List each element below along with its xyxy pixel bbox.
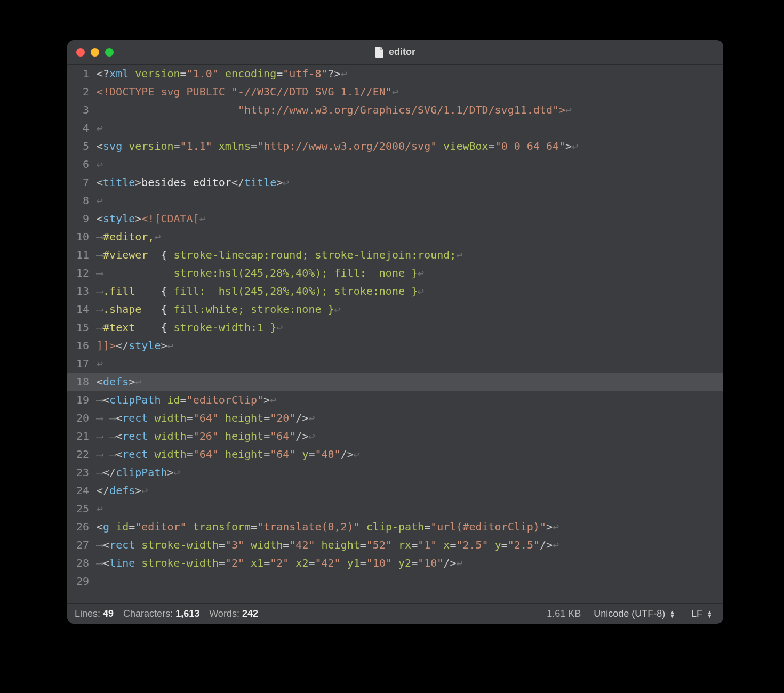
code-content[interactable]: ⟶</clipPath>↩ [97, 463, 723, 481]
line-number: 22 [67, 445, 97, 463]
code-line[interactable]: 9<style><![CDATA[↩ [67, 209, 723, 228]
encoding-picker[interactable]: Unicode (UTF-8) ▲▼ [590, 608, 678, 619]
code-line[interactable]: 12⟶ stroke:hsl(245,28%,40%); fill: none … [67, 264, 723, 282]
line-number: 8 [67, 191, 97, 209]
code-content[interactable]: <style><![CDATA[↩ [97, 209, 723, 228]
chevron-updown-icon: ▲▼ [707, 610, 713, 618]
line-number: 17 [67, 354, 97, 373]
line-number: 20 [67, 409, 97, 427]
line-number: 1 [67, 65, 97, 83]
code-content[interactable]: ↩ [97, 354, 723, 373]
code-content[interactable] [97, 572, 723, 590]
code-line[interactable]: 5<svg version="1.1" xmlns="http://www.w3… [67, 137, 723, 155]
code-content[interactable]: ⟶ stroke:hsl(245,28%,40%); fill: none }↩ [97, 264, 723, 282]
status-characters: Characters: 1,613 [123, 608, 199, 619]
line-number: 15 [67, 318, 97, 336]
code-content[interactable]: ⟶<clipPath id="editorClip">↩ [97, 391, 723, 409]
code-line[interactable]: 29 [67, 572, 723, 590]
code-content[interactable]: <defs>↩ [97, 373, 723, 391]
line-number: 28 [67, 554, 97, 572]
window-title: editor [67, 46, 723, 58]
code-editor[interactable]: 1<?xml version="1.0" encoding="utf-8"?>↩… [67, 65, 723, 603]
code-content[interactable]: <!DOCTYPE svg PUBLIC "-//W3C//DTD SVG 1.… [97, 83, 723, 101]
code-line[interactable]: 2<!DOCTYPE svg PUBLIC "-//W3C//DTD SVG 1… [67, 83, 723, 101]
code-line[interactable]: 10⟶#editor,↩ [67, 228, 723, 246]
code-line[interactable]: 1<?xml version="1.0" encoding="utf-8"?>↩ [67, 65, 723, 83]
line-number: 13 [67, 282, 97, 300]
close-icon[interactable] [76, 48, 85, 57]
code-content[interactable]: ⟶.fill { fill: hsl(245,28%,40%); stroke:… [97, 282, 723, 300]
code-line[interactable]: 14⟶.shape { fill:white; stroke:none }↩ [67, 300, 723, 318]
code-content[interactable]: ⟶<line stroke-width="2" x1="2" x2="42" y… [97, 554, 723, 572]
code-content[interactable]: </defs>↩ [97, 481, 723, 499]
code-content[interactable]: ⟶#viewer { stroke-linecap:round; stroke-… [97, 246, 723, 264]
code-content[interactable]: ↩ [97, 155, 723, 173]
code-line[interactable]: 18<defs>↩ [67, 373, 723, 391]
code-line[interactable]: 13⟶.fill { fill: hsl(245,28%,40%); strok… [67, 282, 723, 300]
code-line[interactable]: 3 "http://www.w3.org/Graphics/SVG/1.1/DT… [67, 101, 723, 119]
code-line[interactable]: 17↩ [67, 354, 723, 373]
status-filesize: 1.61 KB [547, 608, 581, 619]
code-line[interactable]: 27⟶<rect stroke-width="3" width="42" hei… [67, 536, 723, 554]
code-line[interactable]: 24</defs>↩ [67, 481, 723, 499]
code-line[interactable]: 6↩ [67, 155, 723, 173]
window-controls [67, 48, 114, 57]
line-number: 29 [67, 572, 97, 590]
code-content[interactable]: ⟶#text { stroke-width:1 }↩ [97, 318, 723, 336]
code-content[interactable]: ⟶.shape { fill:white; stroke:none }↩ [97, 300, 723, 318]
line-number: 11 [67, 246, 97, 264]
line-number: 6 [67, 155, 97, 173]
editor-window: editor 1<?xml version="1.0" encoding="ut… [67, 40, 723, 624]
code-line[interactable]: 15⟶#text { stroke-width:1 }↩ [67, 318, 723, 336]
code-content[interactable]: <?xml version="1.0" encoding="utf-8"?>↩ [97, 65, 723, 83]
code-content[interactable]: ⟶ ⟶<rect width="64" height="64" y="48"/>… [97, 445, 723, 463]
window-title-text: editor [389, 46, 415, 58]
line-number: 14 [67, 300, 97, 318]
code-line[interactable]: 8↩ [67, 191, 723, 209]
chevron-updown-icon: ▲▼ [669, 610, 675, 618]
code-content[interactable]: ⟶<rect stroke-width="3" width="42" heigh… [97, 536, 723, 554]
code-line[interactable]: 23⟶</clipPath>↩ [67, 463, 723, 481]
minimize-icon[interactable] [91, 48, 99, 57]
code-content[interactable]: ↩ [97, 191, 723, 209]
line-number: 3 [67, 101, 97, 119]
status-bar: Lines: 49 Characters: 1,613 Words: 242 1… [67, 603, 723, 624]
code-content[interactable]: ⟶ ⟶<rect width="64" height="20"/>↩ [97, 409, 723, 427]
code-content[interactable]: <g id="editor" transform="translate(0,2)… [97, 518, 723, 536]
line-number: 4 [67, 119, 97, 137]
code-line[interactable]: 21⟶ ⟶<rect width="26" height="64"/>↩ [67, 427, 723, 445]
code-line[interactable]: 19⟶<clipPath id="editorClip">↩ [67, 391, 723, 409]
code-line[interactable]: 4↩ [67, 119, 723, 137]
line-number: 18 [67, 373, 97, 391]
zoom-icon[interactable] [105, 48, 114, 57]
titlebar[interactable]: editor [67, 40, 723, 65]
line-number: 5 [67, 137, 97, 155]
code-line[interactable]: 25↩ [67, 499, 723, 518]
code-line[interactable]: 28⟶<line stroke-width="2" x1="2" x2="42"… [67, 554, 723, 572]
line-number: 27 [67, 536, 97, 554]
code-content[interactable]: "http://www.w3.org/Graphics/SVG/1.1/DTD/… [97, 101, 723, 119]
line-number: 16 [67, 336, 97, 354]
code-line[interactable]: 16]]></style>↩ [67, 336, 723, 354]
line-number: 26 [67, 518, 97, 536]
code-content[interactable]: ]]></style>↩ [97, 336, 723, 354]
line-ending-picker[interactable]: LF ▲▼ [688, 608, 716, 619]
code-content[interactable]: ⟶#editor,↩ [97, 228, 723, 246]
code-content[interactable]: <title>besides editor</title>↩ [97, 173, 723, 191]
line-number: 9 [67, 209, 97, 228]
code-content[interactable]: ↩ [97, 499, 723, 518]
line-number: 7 [67, 173, 97, 191]
line-number: 12 [67, 264, 97, 282]
code-content[interactable]: ⟶ ⟶<rect width="26" height="64"/>↩ [97, 427, 723, 445]
line-number: 2 [67, 83, 97, 101]
status-lines: Lines: 49 [75, 608, 114, 619]
line-number: 21 [67, 427, 97, 445]
code-line[interactable]: 11⟶#viewer { stroke-linecap:round; strok… [67, 246, 723, 264]
code-line[interactable]: 22⟶ ⟶<rect width="64" height="64" y="48"… [67, 445, 723, 463]
code-line[interactable]: 20⟶ ⟶<rect width="64" height="20"/>↩ [67, 409, 723, 427]
status-words: Words: 242 [209, 608, 258, 619]
code-content[interactable]: ↩ [97, 119, 723, 137]
code-line[interactable]: 26<g id="editor" transform="translate(0,… [67, 518, 723, 536]
code-line[interactable]: 7<title>besides editor</title>↩ [67, 173, 723, 191]
code-content[interactable]: <svg version="1.1" xmlns="http://www.w3.… [97, 137, 723, 155]
